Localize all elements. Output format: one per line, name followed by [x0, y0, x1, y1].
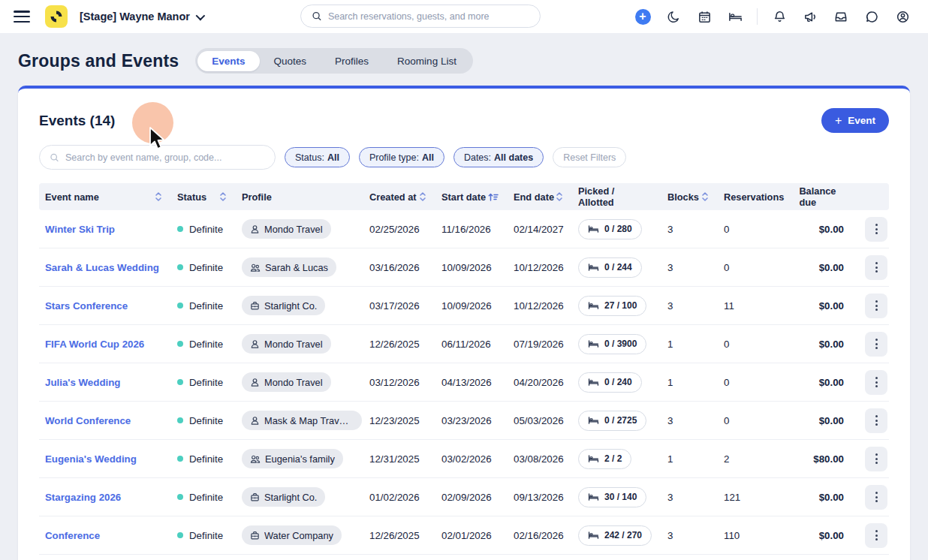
- column-blocks[interactable]: Blocks: [661, 191, 718, 203]
- balance-due-cell: $0.00: [788, 300, 847, 312]
- balance-due-cell: $80.00: [788, 453, 847, 465]
- bed-icon: [588, 417, 599, 425]
- sort-icon[interactable]: [155, 191, 162, 202]
- balance-due-cell: $0.00: [788, 492, 847, 503]
- sort-icon[interactable]: [701, 191, 709, 202]
- event-search[interactable]: [39, 145, 276, 170]
- status-dot: [177, 341, 183, 347]
- table-row[interactable]: Winter Ski Trip Definite Mondo Travel 02…: [39, 210, 889, 248]
- table-row[interactable]: Stargazing 2026 Definite Starlight Co. 0…: [39, 478, 889, 516]
- tab-quotes[interactable]: Quotes: [260, 51, 321, 71]
- reservations-button[interactable]: [723, 5, 747, 29]
- inbox-button[interactable]: [829, 5, 853, 29]
- event-name-link[interactable]: Eugenia's Wedding: [45, 453, 137, 465]
- announcements-button[interactable]: [798, 5, 822, 29]
- app-logo[interactable]: [45, 5, 68, 28]
- sort-icon[interactable]: [556, 191, 563, 202]
- row-actions-button[interactable]: [865, 485, 887, 510]
- tab-rooming-list[interactable]: Rooming List: [383, 51, 471, 71]
- event-name-link[interactable]: World Conference: [45, 415, 131, 426]
- table-header-row: Event name Status Profile Created at Sta…: [39, 183, 889, 210]
- tab-profiles[interactable]: Profiles: [321, 51, 383, 71]
- event-name-link[interactable]: FIFA World Cup 2026: [45, 339, 144, 350]
- profile-chip[interactable]: Water Company: [242, 525, 342, 545]
- event-name-link[interactable]: Sarah & Lucas Wedding: [45, 262, 159, 273]
- table-row[interactable]: Julia's Wedding Definite Mondo Travel 03…: [39, 363, 889, 402]
- row-actions-button[interactable]: [865, 332, 887, 357]
- balance-due-cell: $0.00: [788, 415, 847, 426]
- event-name-link[interactable]: Stars Conference: [45, 300, 128, 312]
- profile-chip[interactable]: Mondo Travel: [242, 219, 331, 239]
- event-name-link[interactable]: Conference: [45, 530, 100, 541]
- table-row[interactable]: Conference Definite Water Company 12/26/…: [39, 516, 889, 555]
- quick-add-button[interactable]: +: [631, 5, 655, 29]
- created-at-cell: 12/26/2025: [363, 339, 435, 350]
- table-row[interactable]: Sarah & Lucas Wedding Definite Sarah & L…: [39, 248, 889, 287]
- chat-button[interactable]: [860, 5, 884, 29]
- global-search-input[interactable]: [328, 11, 529, 22]
- reservations-cell: 0: [718, 415, 788, 426]
- notifications-button[interactable]: [767, 5, 791, 29]
- filter-profile-type[interactable]: Profile type:All: [359, 147, 444, 167]
- blocks-cell: 3: [661, 530, 718, 541]
- logo-swirl-icon: [50, 10, 63, 23]
- column-event-name[interactable]: Event name: [39, 191, 171, 203]
- status-dot: [177, 264, 183, 270]
- calendar-button[interactable]: [692, 5, 716, 29]
- created-at-cell: 03/17/2026: [363, 300, 435, 312]
- profile-chip[interactable]: Starlight Co.: [242, 487, 325, 507]
- profile-chip[interactable]: Mondo Travel: [242, 334, 331, 354]
- event-name-link[interactable]: Stargazing 2026: [45, 492, 121, 503]
- column-status[interactable]: Status: [171, 191, 236, 203]
- column-end-date[interactable]: End date: [508, 191, 572, 203]
- column-start-date[interactable]: Start date: [435, 191, 508, 203]
- divider: [757, 8, 758, 25]
- search-icon: [50, 152, 59, 163]
- picked-allotted-pill: 0 / 244: [578, 257, 642, 278]
- picked-allotted-pill: 2 / 2: [578, 449, 631, 469]
- filter-status[interactable]: Status:All: [285, 147, 350, 167]
- tab-events[interactable]: Events: [197, 51, 259, 71]
- profile-chip[interactable]: Sarah & Lucas: [242, 257, 336, 277]
- profile-type-icon: [250, 339, 260, 349]
- event-name-link[interactable]: Winter Ski Trip: [45, 224, 115, 235]
- row-actions-button[interactable]: [865, 447, 887, 471]
- dark-mode-button[interactable]: [661, 5, 685, 29]
- blocks-cell: 3: [661, 262, 718, 273]
- row-actions-button[interactable]: [865, 255, 887, 280]
- profile-chip[interactable]: Eugenia's family: [242, 449, 343, 468]
- reservations-cell: 2: [718, 453, 788, 465]
- events-panel: Events (14) + Event Status:All Profile t…: [18, 86, 910, 560]
- row-actions-button[interactable]: [865, 370, 887, 395]
- table-row[interactable]: FIFA World Cup 2026 Definite Mondo Trave…: [39, 325, 889, 363]
- add-event-button[interactable]: + Event: [821, 108, 889, 133]
- picked-allotted-pill: 27 / 100: [578, 296, 646, 316]
- start-date-cell: 02/01/2026: [435, 530, 508, 541]
- status-dot: [177, 226, 183, 232]
- row-actions-button[interactable]: [865, 294, 887, 318]
- profile-chip[interactable]: Starlight Co.: [242, 296, 325, 315]
- event-name-link[interactable]: Julia's Wedding: [45, 377, 120, 388]
- column-created-at[interactable]: Created at: [363, 191, 435, 203]
- sort-icon[interactable]: [219, 191, 227, 202]
- hamburger-menu-icon[interactable]: [14, 11, 30, 23]
- table-row[interactable]: Stars Conference Definite Starlight Co. …: [39, 287, 889, 325]
- account-button[interactable]: [890, 5, 914, 29]
- row-actions-button[interactable]: [865, 523, 887, 548]
- bed-icon: [588, 302, 599, 310]
- blocks-cell: 3: [661, 300, 718, 312]
- sort-ascending-icon[interactable]: [488, 192, 499, 202]
- profile-chip[interactable]: Mondo Travel: [242, 372, 331, 392]
- event-search-input[interactable]: [65, 152, 265, 163]
- table-row[interactable]: World Conference Definite Mask & Map Tra…: [39, 402, 889, 440]
- row-actions-button[interactable]: [865, 217, 887, 242]
- sort-icon[interactable]: [419, 191, 426, 202]
- filter-dates[interactable]: Dates:All dates: [453, 147, 544, 167]
- reset-filters-button[interactable]: Reset Filters: [553, 147, 626, 167]
- property-selector[interactable]: [Stage] Wayne Manor: [80, 11, 203, 23]
- table-row[interactable]: Eugenia's Wedding Definite Eugenia's fam…: [39, 440, 889, 478]
- reservations-cell: 11: [718, 300, 788, 312]
- row-actions-button[interactable]: [865, 408, 887, 433]
- profile-chip[interactable]: Mask & Map Travel...: [242, 411, 362, 430]
- global-search[interactable]: [300, 5, 541, 28]
